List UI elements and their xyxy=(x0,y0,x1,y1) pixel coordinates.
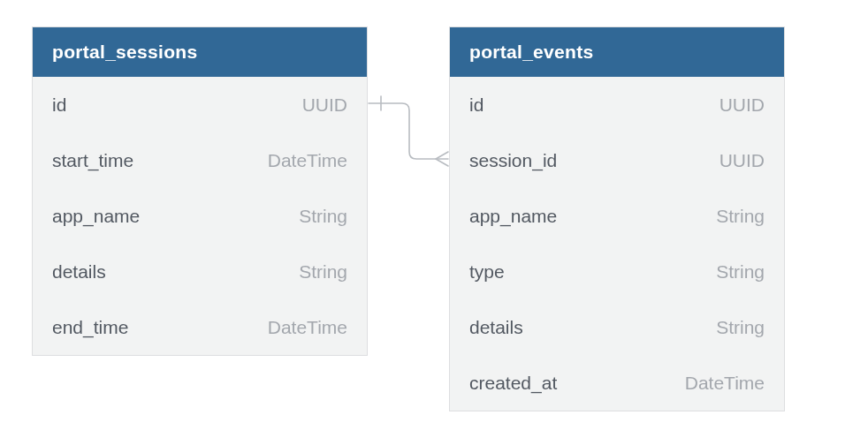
field-name: app_name xyxy=(52,206,140,227)
table-row: details String xyxy=(450,299,784,355)
field-type: String xyxy=(716,261,765,283)
field-type: String xyxy=(716,206,765,227)
field-name: app_name xyxy=(469,206,557,227)
field-type: DateTime xyxy=(685,373,765,394)
field-type: DateTime xyxy=(268,150,347,171)
field-type: String xyxy=(299,206,347,227)
field-name: created_at xyxy=(469,373,557,394)
table-row: end_time DateTime xyxy=(33,299,367,355)
field-name: id xyxy=(469,94,483,116)
field-name: end_time xyxy=(52,317,128,338)
field-type: DateTime xyxy=(268,317,347,338)
field-name: start_time xyxy=(52,150,133,171)
table-row: start_time DateTime xyxy=(33,132,367,188)
table-row: details String xyxy=(33,244,367,299)
table-header: portal_sessions xyxy=(33,27,367,77)
table-portal-sessions: portal_sessions id UUID start_time DateT… xyxy=(32,26,368,356)
table-row: id UUID xyxy=(450,77,784,132)
table-portal-events: portal_events id UUID session_id UUID ap… xyxy=(449,26,785,411)
table-row: session_id UUID xyxy=(450,132,784,188)
table-row: app_name String xyxy=(33,188,367,244)
field-type: String xyxy=(299,261,347,283)
field-name: id xyxy=(52,94,66,116)
field-name: details xyxy=(469,317,523,338)
field-type: UUID xyxy=(302,94,347,116)
table-header: portal_events xyxy=(450,27,784,77)
table-title: portal_events xyxy=(469,41,593,62)
field-name: details xyxy=(52,261,106,283)
table-row: created_at DateTime xyxy=(450,355,784,411)
field-type: UUID xyxy=(720,150,765,171)
table-row: type String xyxy=(450,244,784,299)
table-title: portal_sessions xyxy=(52,41,197,62)
table-row: id UUID xyxy=(33,77,367,132)
field-type: UUID xyxy=(720,94,765,116)
cardinality-many-icon xyxy=(436,152,448,166)
table-row: app_name String xyxy=(450,188,784,244)
field-name: session_id xyxy=(469,150,557,171)
field-type: String xyxy=(716,317,765,338)
connector-path xyxy=(369,103,448,159)
field-name: type xyxy=(469,261,505,283)
